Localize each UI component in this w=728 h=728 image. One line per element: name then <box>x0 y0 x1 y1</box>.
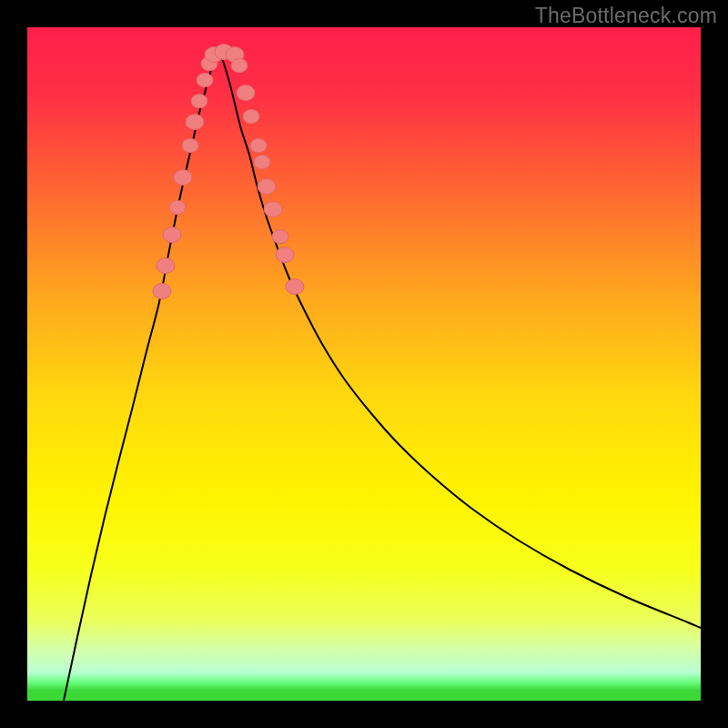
data-marker <box>286 279 304 295</box>
data-marker <box>186 115 204 130</box>
data-marker <box>197 73 213 86</box>
data-marker <box>163 228 181 243</box>
data-marker <box>237 86 255 101</box>
frame: TheBottleneck.com <box>0 0 728 728</box>
data-marker <box>250 138 267 152</box>
watermark-text: TheBottleneck.com <box>535 4 717 28</box>
data-marker <box>191 94 207 107</box>
plot-area <box>27 27 701 701</box>
data-marker <box>153 284 171 299</box>
data-marker <box>182 138 198 152</box>
data-marker <box>272 229 288 243</box>
data-marker <box>243 109 259 123</box>
data-marker <box>174 170 192 186</box>
data-marker <box>258 179 276 195</box>
curve-right <box>218 48 701 628</box>
data-marker <box>231 58 248 72</box>
data-marker <box>254 155 270 168</box>
data-marker <box>169 200 186 214</box>
data-marker <box>276 248 294 263</box>
data-marker <box>157 258 175 274</box>
curve-layer <box>27 27 701 701</box>
marker-group <box>153 45 304 299</box>
data-marker <box>264 202 282 217</box>
